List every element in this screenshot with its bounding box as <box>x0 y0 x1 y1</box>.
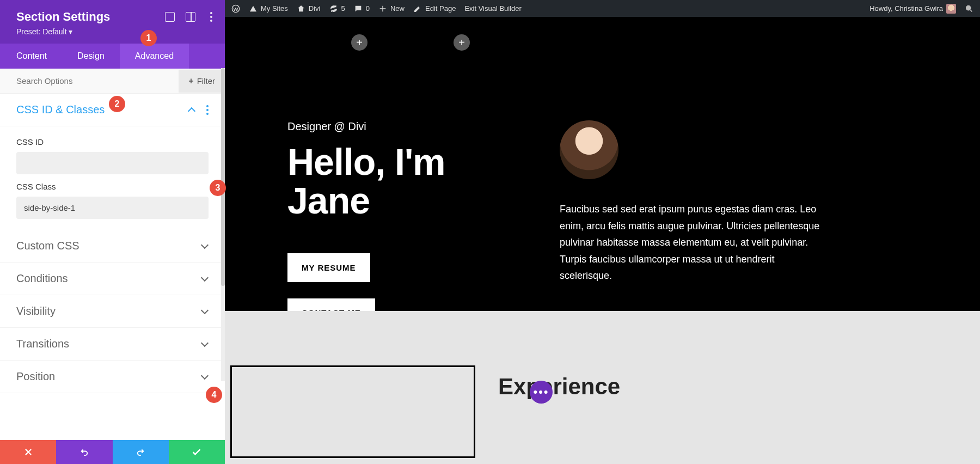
annotation-badge-4: 4 <box>206 387 222 403</box>
add-module-button[interactable]: + <box>351 34 367 51</box>
more-icon[interactable] <box>206 12 216 22</box>
chevron-down-icon <box>201 308 209 315</box>
exit-vb-label: Exit Visual Builder <box>464 4 522 13</box>
tab-design[interactable]: Design <box>62 44 120 69</box>
builder-fab[interactable]: ••• <box>530 381 553 404</box>
plus-icon: + <box>188 76 193 86</box>
panel-header: Section Settings Preset: Default ▾ <box>0 0 225 44</box>
howdy-link[interactable]: Howdy, Christina Gwira <box>869 4 956 14</box>
section-more-icon[interactable] <box>203 105 209 115</box>
hero-left-column: Designer @ Divi Hello, I'm Jane MY RESUM… <box>287 120 511 327</box>
section-conditions[interactable]: Conditions <box>0 262 225 295</box>
filter-label: Filter <box>197 76 215 86</box>
chevron-up-icon <box>188 106 195 114</box>
admin-search[interactable] <box>965 4 973 13</box>
chevron-down-icon <box>201 242 209 250</box>
css-id-label: CSS ID <box>16 137 209 146</box>
site-name-label: Divi <box>309 4 321 13</box>
scrollbar-thumb[interactable] <box>221 68 225 286</box>
section-title: Custom CSS <box>16 240 79 252</box>
cancel-button[interactable] <box>0 440 56 464</box>
tab-content[interactable]: Content <box>0 44 62 69</box>
hero-subtitle: Designer @ Divi <box>287 120 511 133</box>
section-title: Transitions <box>16 338 69 350</box>
comment-icon <box>354 4 363 13</box>
css-class-label: CSS Class <box>16 182 209 191</box>
section-custom-css[interactable]: Custom CSS <box>0 230 225 262</box>
resume-button[interactable]: MY RESUME <box>287 253 370 282</box>
section-position[interactable]: Position <box>0 361 225 393</box>
search-row: +Filter <box>0 69 225 94</box>
updates-count: 5 <box>341 4 345 13</box>
hero-right-column: Faucibus sed sed erat ipsum purus egesta… <box>560 120 821 327</box>
search-input[interactable] <box>0 69 179 93</box>
redo-button[interactable] <box>113 440 169 464</box>
css-id-classes-fields: CSS ID CSS Class <box>0 126 225 230</box>
settings-panel: Section Settings Preset: Default ▾ Conte… <box>0 0 225 464</box>
expand-icon[interactable] <box>165 12 175 22</box>
add-module-button[interactable]: + <box>454 34 470 51</box>
chevron-down-icon <box>201 340 209 348</box>
comments-count: 0 <box>366 4 370 13</box>
updates-link[interactable]: 5 <box>329 4 345 13</box>
my-sites-label: My Sites <box>261 4 288 13</box>
experience-title: Experience <box>498 374 620 400</box>
refresh-icon <box>329 4 338 13</box>
section-title: CSS ID & Classes <box>16 103 105 116</box>
section-title: Visibility <box>16 305 56 318</box>
panel-preset[interactable]: Preset: Default ▾ <box>16 27 209 36</box>
section-visibility[interactable]: Visibility <box>0 295 225 328</box>
user-avatar-icon <box>946 4 956 14</box>
undo-button[interactable] <box>56 440 112 464</box>
annotation-badge-2: 2 <box>109 96 125 112</box>
comments-link[interactable]: 0 <box>354 4 370 13</box>
new-label: New <box>390 4 405 13</box>
edit-page-label: Edit Page <box>425 4 456 13</box>
experience-section: Experience ••• <box>225 311 980 464</box>
save-button[interactable] <box>169 440 225 464</box>
exit-vb-link[interactable]: Exit Visual Builder <box>464 4 522 13</box>
annotation-badge-3: 3 <box>210 180 226 196</box>
plus-icon <box>378 4 387 13</box>
css-id-input[interactable] <box>16 152 209 174</box>
site-link[interactable]: Divi <box>297 4 321 13</box>
section-title: Position <box>16 370 55 383</box>
annotation-badge-1: 1 <box>140 30 157 46</box>
tab-advanced[interactable]: Advanced <box>120 44 189 69</box>
my-sites-link[interactable]: My Sites <box>249 4 288 13</box>
home-icon <box>297 4 305 13</box>
hero-section: + + Designer @ Divi Hello, I'm Jane MY R… <box>225 17 980 311</box>
settings-tabs: Content Design Advanced <box>0 44 225 69</box>
filter-button[interactable]: +Filter <box>179 70 225 93</box>
new-link[interactable]: New <box>378 4 405 13</box>
section-transitions[interactable]: Transitions <box>0 328 225 361</box>
experience-outline-box <box>230 365 475 458</box>
fab-dots-icon: ••• <box>533 385 549 399</box>
panel-body: CSS ID & Classes CSS ID CSS Class Custom… <box>0 94 225 440</box>
hero-paragraph: Faucibus sed sed erat ipsum purus egesta… <box>560 201 821 284</box>
svg-point-0 <box>232 5 239 12</box>
sites-icon <box>249 4 258 13</box>
chevron-down-icon <box>201 275 209 283</box>
section-title: Conditions <box>16 272 68 285</box>
css-class-input[interactable] <box>16 197 209 219</box>
hero-title: Hello, I'm Jane <box>287 143 511 221</box>
svg-point-1 <box>966 5 971 10</box>
wp-logo[interactable] <box>231 4 240 13</box>
edit-page-link[interactable]: Edit Page <box>413 4 456 13</box>
footer-actions <box>0 440 225 464</box>
profile-avatar <box>560 120 618 179</box>
page-preview: My Sites Divi 5 0 New Edit Page Exit Vis… <box>225 0 980 464</box>
chevron-down-icon <box>201 373 209 381</box>
wp-admin-bar: My Sites Divi 5 0 New Edit Page Exit Vis… <box>225 0 980 17</box>
howdy-label: Howdy, Christina Gwira <box>869 4 943 13</box>
pencil-icon <box>413 4 422 13</box>
responsive-icon[interactable] <box>186 12 195 22</box>
